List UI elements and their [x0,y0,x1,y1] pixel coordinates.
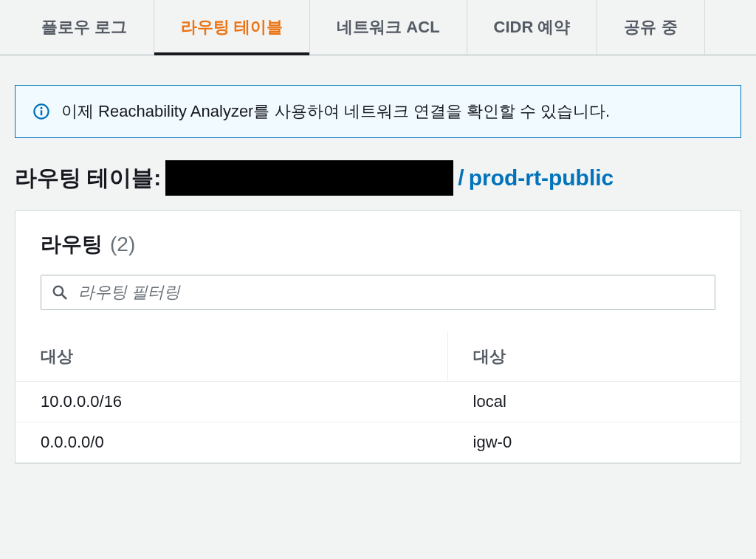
tab-bar: 플로우 로그 라우팅 테이블 네트워크 ACL CIDR 예약 공유 중 [0,0,756,55]
tab-sharing[interactable]: 공유 중 [597,0,704,55]
cell-target-link[interactable]: igw-0 [448,422,740,463]
route-table-separator: / [458,165,464,191]
info-banner-text: 이제 Reachability Analyzer를 사용하여 네트워크 연결을 … [61,100,610,123]
info-icon [33,103,49,120]
tab-route-tables[interactable]: 라우팅 테이블 [154,0,310,55]
column-header-target[interactable]: 대상 [448,332,740,382]
column-header-destination[interactable]: 대상 [16,332,448,382]
routes-panel-count: (2) [110,233,135,256]
cell-destination: 10.0.0.0/16 [16,382,448,422]
table-row[interactable]: 0.0.0.0/0 igw-0 [16,422,740,463]
svg-line-4 [62,295,66,299]
search-icon [52,284,68,301]
routes-panel: 라우팅 (2) 대상 대상 10.0.0.0/16 local [15,210,741,464]
svg-rect-2 [41,110,42,115]
filter-input[interactable] [78,283,704,302]
tab-network-acl[interactable]: 네트워크 ACL [310,0,467,55]
cell-destination: 0.0.0.0/0 [16,422,448,463]
info-banner: 이제 Reachability Analyzer를 사용하여 네트워크 연결을 … [15,85,741,138]
routes-table: 대상 대상 10.0.0.0/16 local 0.0.0.0/0 igw-0 [16,332,740,463]
tab-flow-logs[interactable]: 플로우 로그 [15,0,154,55]
table-row[interactable]: 10.0.0.0/16 local [16,382,740,422]
route-table-name-link[interactable]: prod-rt-public [469,165,614,191]
route-table-heading-label: 라우팅 테이블: [15,163,161,193]
route-table-id-redacted [165,160,453,196]
routes-panel-header: 라우팅 (2) [16,211,740,266]
filter-input-container[interactable] [41,275,715,310]
cell-target: local [448,382,740,422]
tab-cidr-reservation[interactable]: CIDR 예약 [467,0,598,55]
svg-point-1 [40,107,42,109]
route-table-heading: 라우팅 테이블: / prod-rt-public [15,160,741,196]
filter-wrap [16,266,740,325]
routes-panel-title: 라우팅 [41,230,103,258]
